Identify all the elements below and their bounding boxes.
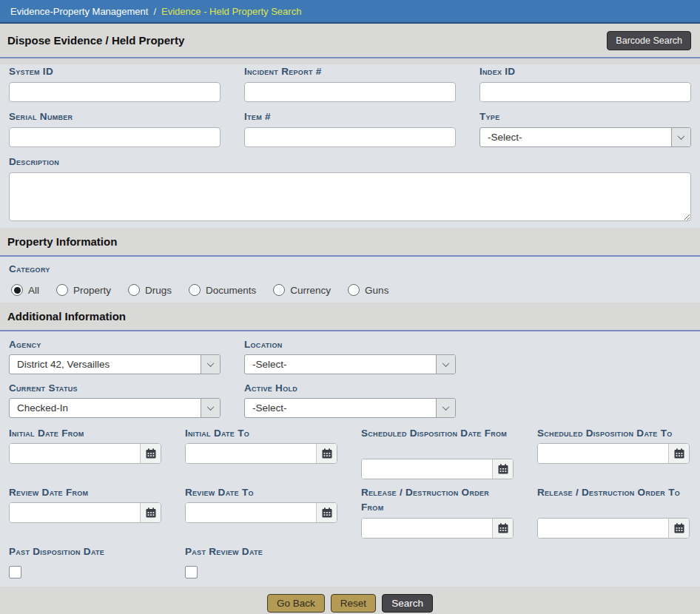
release-destruction-order-from-group: [361, 518, 514, 539]
category-option-currency[interactable]: Currency: [273, 284, 331, 296]
active-hold-select[interactable]: -Select-: [244, 398, 456, 418]
calendar-icon[interactable]: [140, 444, 161, 463]
type-select-value: -Select-: [480, 128, 671, 146]
location-select-value: -Select-: [245, 355, 436, 374]
past-review-date-label: Past Review Date: [185, 544, 337, 559]
active-hold-select-value: -Select-: [245, 399, 436, 417]
current-status-select[interactable]: Checked-In: [9, 398, 221, 418]
system-id-label: System ID: [9, 64, 221, 79]
review-date-from-label: Review Date From: [9, 485, 161, 501]
calendar-icon[interactable]: [668, 444, 689, 463]
category-option-guns[interactable]: Guns: [348, 284, 388, 296]
release-destruction-order-from-label: Release / Destruction Order From: [361, 485, 514, 516]
release-destruction-order-to-label: Release / Destruction Order To: [537, 485, 690, 516]
radio-icon[interactable]: [11, 284, 23, 296]
past-disposition-date-checkbox[interactable]: [9, 566, 21, 578]
chevron-down-icon[interactable]: [436, 399, 455, 417]
chevron-down-icon[interactable]: [201, 399, 220, 417]
search-button[interactable]: Search: [382, 594, 433, 613]
scheduled-disposition-date-to-group: [537, 443, 690, 464]
scheduled-disposition-date-from-label: Scheduled Disposition Date From: [361, 426, 514, 457]
search-fields-panel: System ID Incident Report # Index ID Ser…: [0, 64, 700, 228]
release-destruction-order-to-group: [537, 518, 690, 539]
location-select[interactable]: -Select-: [244, 354, 456, 374]
initial-date-to-input[interactable]: [186, 444, 316, 463]
calendar-icon[interactable]: [668, 519, 689, 538]
agency-label: Agency: [9, 337, 221, 352]
initial-date-to-group: [185, 443, 337, 464]
calendar-icon[interactable]: [140, 503, 161, 522]
calendar-icon[interactable]: [492, 519, 513, 538]
scheduled-disposition-date-to-label: Scheduled Disposition Date To: [537, 426, 690, 442]
category-label: Category: [9, 262, 691, 277]
radio-icon[interactable]: [348, 284, 360, 296]
description-label: Description: [9, 155, 691, 169]
index-id-label: Index ID: [479, 64, 691, 79]
category-option-drugs[interactable]: Drugs: [128, 284, 172, 296]
scheduled-disposition-date-from-input[interactable]: [362, 459, 492, 479]
additional-information-panel: Agency District 42, Versailles Location …: [0, 331, 700, 587]
reset-button[interactable]: Reset: [331, 594, 376, 613]
initial-date-from-label: Initial Date From: [9, 426, 161, 442]
review-date-from-group: [9, 502, 161, 523]
breadcrumb: Evidence-Property Management / Evidence …: [0, 0, 700, 24]
serial-number-label: Serial Number: [9, 109, 221, 124]
serial-number-input[interactable]: [9, 127, 221, 147]
barcode-search-button[interactable]: Barcode Search: [607, 31, 691, 50]
chevron-down-icon[interactable]: [201, 355, 220, 374]
breadcrumb-parent-link[interactable]: Evidence-Property Management: [10, 6, 148, 17]
location-label: Location: [244, 337, 456, 352]
additional-information-title: Additional Information: [7, 310, 126, 323]
property-information-title: Property Information: [7, 235, 117, 248]
breadcrumb-current: Evidence - Held Property Search: [161, 6, 301, 17]
category-panel: Category All Property Drugs Documents Cu…: [0, 257, 700, 303]
category-radio-group: All Property Drugs Documents Currency Gu…: [9, 284, 691, 296]
past-review-date-checkbox[interactable]: [185, 566, 198, 578]
page-title: Dispose Evidence / Held Property: [7, 34, 184, 47]
scheduled-disposition-date-to-input[interactable]: [538, 444, 668, 463]
breadcrumb-separator: /: [153, 6, 156, 17]
radio-icon[interactable]: [189, 284, 201, 296]
index-id-input[interactable]: [479, 82, 691, 102]
chevron-down-icon[interactable]: [671, 128, 690, 146]
agency-select-value: District 42, Versailles: [10, 355, 201, 374]
release-destruction-order-from-input[interactable]: [362, 519, 492, 538]
review-date-to-label: Review Date To: [185, 485, 337, 501]
current-status-label: Current Status: [9, 381, 221, 396]
category-option-property[interactable]: Property: [56, 284, 111, 296]
category-option-all[interactable]: All: [11, 284, 39, 296]
review-date-to-group: [185, 502, 337, 523]
page-header: Dispose Evidence / Held Property Barcode…: [0, 24, 700, 58]
description-textarea[interactable]: [9, 172, 691, 221]
review-date-from-input[interactable]: [10, 503, 140, 522]
go-back-button[interactable]: Go Back: [267, 594, 325, 613]
additional-information-header: Additional Information: [0, 303, 700, 331]
system-id-input[interactable]: [9, 82, 221, 102]
release-destruction-order-to-input[interactable]: [538, 519, 668, 538]
initial-date-to-label: Initial Date To: [185, 426, 337, 442]
radio-icon[interactable]: [128, 284, 140, 296]
radio-icon[interactable]: [273, 284, 285, 296]
incident-report-label: Incident Report #: [244, 64, 456, 79]
item-number-label: Item #: [244, 109, 456, 124]
category-option-documents[interactable]: Documents: [189, 284, 256, 296]
calendar-icon[interactable]: [492, 459, 513, 479]
active-hold-label: Active Hold: [244, 381, 456, 396]
type-select[interactable]: -Select-: [479, 127, 691, 147]
footer-action-bar: Go Back Reset Search: [0, 587, 700, 614]
chevron-down-icon[interactable]: [436, 355, 455, 374]
calendar-icon[interactable]: [316, 503, 337, 522]
property-information-header: Property Information: [0, 228, 700, 257]
review-date-to-input[interactable]: [186, 503, 316, 522]
type-label: Type: [479, 109, 691, 124]
current-status-select-value: Checked-In: [10, 399, 201, 417]
agency-select[interactable]: District 42, Versailles: [9, 354, 221, 374]
item-number-input[interactable]: [244, 127, 456, 147]
initial-date-from-group: [9, 443, 161, 464]
initial-date-from-input[interactable]: [10, 444, 140, 463]
scheduled-disposition-date-from-group: [361, 459, 514, 479]
calendar-icon[interactable]: [316, 444, 337, 463]
incident-report-input[interactable]: [244, 82, 456, 102]
radio-icon[interactable]: [56, 284, 68, 296]
past-disposition-date-label: Past Disposition Date: [9, 544, 161, 559]
